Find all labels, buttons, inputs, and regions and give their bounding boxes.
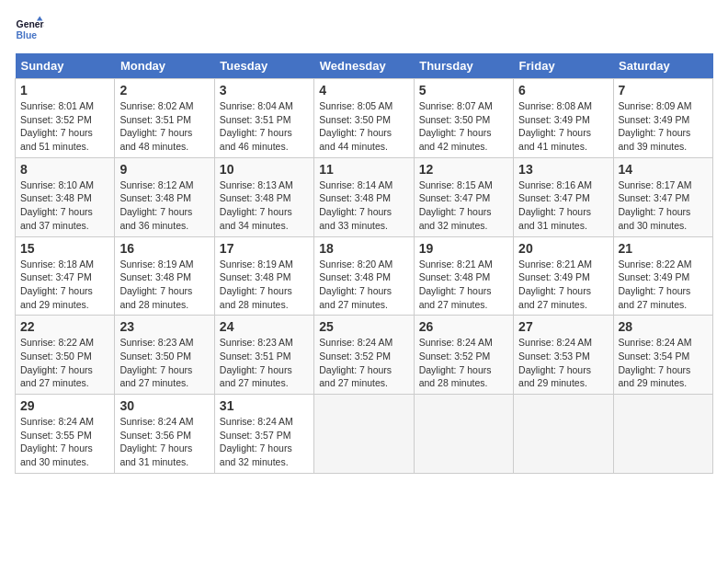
day-number: 3: [220, 83, 309, 98]
day-number: 8: [20, 162, 109, 177]
cell-info: Sunrise: 8:23 AMSunset: 3:51 PMDaylight:…: [220, 337, 293, 388]
cell-info: Sunrise: 8:10 AMSunset: 3:48 PMDaylight:…: [20, 179, 94, 231]
cell-info: Sunrise: 8:16 AMSunset: 3:47 PMDaylight:…: [518, 179, 592, 231]
calendar-cell-6: 6 Sunrise: 8:08 AMSunset: 3:49 PMDayligh…: [514, 79, 613, 158]
calendar-cell-1: 1 Sunrise: 8:01 AMSunset: 3:52 PMDayligh…: [16, 79, 115, 158]
empty-cell: [414, 395, 513, 474]
calendar-cell-4: 4 Sunrise: 8:05 AMSunset: 3:50 PMDayligh…: [314, 79, 414, 158]
calendar-cell-31: 31 Sunrise: 8:24 AMSunset: 3:57 PMDaylig…: [214, 395, 313, 474]
day-number: 1: [20, 83, 109, 98]
cell-info: Sunrise: 8:04 AMSunset: 3:51 PMDaylight:…: [220, 100, 293, 152]
day-header-tuesday: Tuesday: [214, 53, 313, 79]
cell-info: Sunrise: 8:15 AMSunset: 3:47 PMDaylight:…: [419, 179, 493, 231]
empty-cell: [314, 395, 414, 474]
day-number: 7: [619, 83, 708, 98]
calendar-cell-22: 22 Sunrise: 8:22 AMSunset: 3:50 PMDaylig…: [16, 316, 115, 395]
cell-info: Sunrise: 8:12 AMSunset: 3:48 PMDaylight:…: [119, 179, 193, 231]
calendar-cell-16: 16 Sunrise: 8:19 AMSunset: 3:48 PMDaylig…: [115, 236, 214, 316]
cell-info: Sunrise: 8:19 AMSunset: 3:48 PMDaylight:…: [119, 259, 193, 310]
calendar-week-2: 8 Sunrise: 8:10 AMSunset: 3:48 PMDayligh…: [16, 157, 713, 236]
calendar-week-4: 22 Sunrise: 8:22 AMSunset: 3:50 PMDaylig…: [16, 316, 713, 395]
calendar-cell-28: 28 Sunrise: 8:24 AMSunset: 3:54 PMDaylig…: [613, 316, 712, 395]
svg-text:General: General: [17, 19, 44, 29]
day-header-monday: Monday: [115, 53, 214, 79]
cell-info: Sunrise: 8:09 AMSunset: 3:49 PMDaylight:…: [619, 100, 692, 152]
cell-info: Sunrise: 8:24 AMSunset: 3:52 PMDaylight:…: [419, 337, 493, 388]
calendar-cell-29: 29 Sunrise: 8:24 AMSunset: 3:55 PMDaylig…: [16, 395, 115, 474]
cell-info: Sunrise: 8:05 AMSunset: 3:50 PMDaylight:…: [319, 100, 392, 152]
empty-cell: [613, 395, 712, 474]
calendar-cell-14: 14 Sunrise: 8:17 AMSunset: 3:47 PMDaylig…: [613, 157, 712, 236]
cell-info: Sunrise: 8:08 AMSunset: 3:49 PMDaylight:…: [518, 100, 592, 152]
cell-info: Sunrise: 8:14 AMSunset: 3:48 PMDaylight:…: [319, 179, 392, 231]
calendar-week-1: 1 Sunrise: 8:01 AMSunset: 3:52 PMDayligh…: [16, 79, 713, 158]
logo: General Blue: [15, 15, 29, 44]
calendar-cell-5: 5 Sunrise: 8:07 AMSunset: 3:50 PMDayligh…: [414, 79, 513, 158]
day-number: 19: [419, 241, 508, 256]
day-number: 20: [518, 241, 608, 256]
cell-info: Sunrise: 8:22 AMSunset: 3:50 PMDaylight:…: [20, 337, 94, 388]
day-number: 6: [518, 83, 608, 98]
cell-info: Sunrise: 8:24 AMSunset: 3:54 PMDaylight:…: [619, 337, 692, 388]
calendar-cell-20: 20 Sunrise: 8:21 AMSunset: 3:49 PMDaylig…: [514, 236, 613, 316]
cell-info: Sunrise: 8:22 AMSunset: 3:49 PMDaylight:…: [619, 259, 692, 310]
calendar-cell-12: 12 Sunrise: 8:15 AMSunset: 3:47 PMDaylig…: [414, 157, 513, 236]
calendar-cell-26: 26 Sunrise: 8:24 AMSunset: 3:52 PMDaylig…: [414, 316, 513, 395]
cell-info: Sunrise: 8:17 AMSunset: 3:47 PMDaylight:…: [619, 179, 692, 231]
day-number: 18: [319, 241, 408, 256]
day-number: 26: [419, 319, 508, 334]
day-header-wednesday: Wednesday: [314, 53, 414, 79]
cell-info: Sunrise: 8:01 AMSunset: 3:52 PMDaylight:…: [20, 100, 94, 152]
calendar-cell-3: 3 Sunrise: 8:04 AMSunset: 3:51 PMDayligh…: [214, 79, 313, 158]
calendar-cell-24: 24 Sunrise: 8:23 AMSunset: 3:51 PMDaylig…: [214, 316, 313, 395]
cell-info: Sunrise: 8:02 AMSunset: 3:51 PMDaylight:…: [119, 100, 193, 152]
cell-info: Sunrise: 8:21 AMSunset: 3:48 PMDaylight:…: [419, 259, 493, 310]
calendar-cell-11: 11 Sunrise: 8:14 AMSunset: 3:48 PMDaylig…: [314, 157, 414, 236]
calendar-week-5: 29 Sunrise: 8:24 AMSunset: 3:55 PMDaylig…: [16, 395, 713, 474]
day-header-friday: Friday: [514, 53, 613, 79]
svg-text:Blue: Blue: [17, 30, 38, 40]
calendar-cell-25: 25 Sunrise: 8:24 AMSunset: 3:52 PMDaylig…: [314, 316, 414, 395]
day-number: 17: [220, 241, 309, 256]
day-number: 9: [119, 162, 209, 177]
day-header-sunday: Sunday: [16, 53, 115, 79]
day-number: 13: [518, 162, 608, 177]
calendar-cell-18: 18 Sunrise: 8:20 AMSunset: 3:48 PMDaylig…: [314, 236, 414, 316]
calendar-cell-8: 8 Sunrise: 8:10 AMSunset: 3:48 PMDayligh…: [16, 157, 115, 236]
cell-info: Sunrise: 8:24 AMSunset: 3:55 PMDaylight:…: [20, 416, 94, 467]
calendar-cell-2: 2 Sunrise: 8:02 AMSunset: 3:51 PMDayligh…: [115, 79, 214, 158]
cell-info: Sunrise: 8:07 AMSunset: 3:50 PMDaylight:…: [419, 100, 493, 152]
calendar-cell-9: 9 Sunrise: 8:12 AMSunset: 3:48 PMDayligh…: [115, 157, 214, 236]
day-number: 25: [319, 319, 408, 334]
day-number: 11: [319, 162, 408, 177]
day-number: 14: [619, 162, 708, 177]
cell-info: Sunrise: 8:13 AMSunset: 3:48 PMDaylight:…: [220, 179, 293, 231]
day-number: 5: [419, 83, 508, 98]
cell-info: Sunrise: 8:20 AMSunset: 3:48 PMDaylight:…: [319, 259, 392, 310]
logo-icon: General Blue: [15, 15, 44, 44]
day-header-thursday: Thursday: [414, 53, 513, 79]
day-number: 4: [319, 83, 408, 98]
cell-info: Sunrise: 8:21 AMSunset: 3:49 PMDaylight:…: [518, 259, 592, 310]
day-number: 23: [119, 319, 209, 334]
calendar-cell-13: 13 Sunrise: 8:16 AMSunset: 3:47 PMDaylig…: [514, 157, 613, 236]
svg-marker-2: [37, 17, 42, 21]
cell-info: Sunrise: 8:24 AMSunset: 3:53 PMDaylight:…: [518, 337, 592, 388]
cell-info: Sunrise: 8:24 AMSunset: 3:57 PMDaylight:…: [220, 416, 293, 467]
calendar-cell-17: 17 Sunrise: 8:19 AMSunset: 3:48 PMDaylig…: [214, 236, 313, 316]
calendar-cell-10: 10 Sunrise: 8:13 AMSunset: 3:48 PMDaylig…: [214, 157, 313, 236]
day-number: 22: [20, 319, 109, 334]
cell-info: Sunrise: 8:23 AMSunset: 3:50 PMDaylight:…: [119, 337, 193, 388]
cell-info: Sunrise: 8:18 AMSunset: 3:47 PMDaylight:…: [20, 259, 94, 310]
calendar-cell-23: 23 Sunrise: 8:23 AMSunset: 3:50 PMDaylig…: [115, 316, 214, 395]
day-number: 29: [20, 398, 109, 413]
empty-cell: [514, 395, 613, 474]
calendar-cell-30: 30 Sunrise: 8:24 AMSunset: 3:56 PMDaylig…: [115, 395, 214, 474]
day-number: 24: [220, 319, 309, 334]
day-number: 28: [619, 319, 708, 334]
page-header: General Blue: [15, 15, 713, 44]
day-number: 15: [20, 241, 109, 256]
cell-info: Sunrise: 8:19 AMSunset: 3:48 PMDaylight:…: [220, 259, 293, 310]
day-header-saturday: Saturday: [613, 53, 712, 79]
day-number: 2: [119, 83, 209, 98]
